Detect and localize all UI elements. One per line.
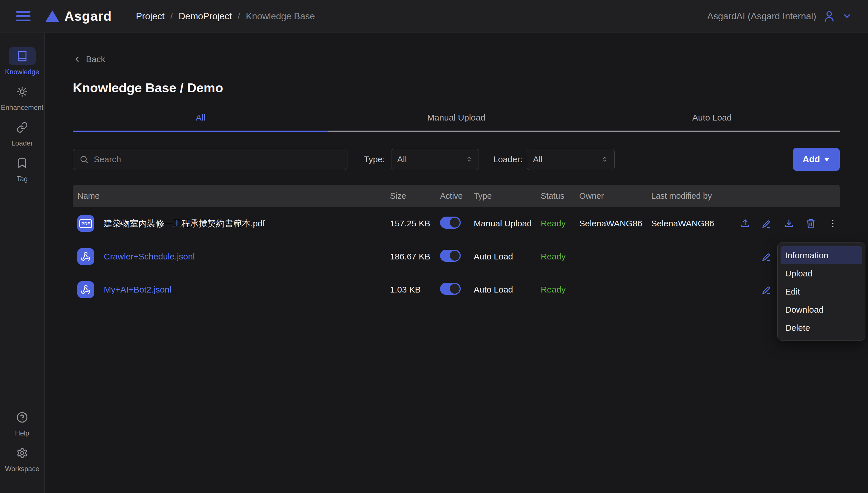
sidebar-item-help[interactable]: Help bbox=[5, 408, 39, 437]
file-type: Auto Load bbox=[474, 285, 541, 295]
filter-row: Type: All Loader: All Add bbox=[73, 148, 840, 171]
help-circle-icon bbox=[16, 412, 28, 423]
add-button[interactable]: Add bbox=[793, 148, 840, 171]
sidebar-item-loader[interactable]: Loader bbox=[1, 119, 43, 147]
loader-filter-select[interactable]: All bbox=[527, 149, 615, 170]
file-name[interactable]: My+AI+Bot2.jsonl bbox=[104, 285, 171, 295]
download-icon[interactable] bbox=[784, 218, 794, 229]
table-row: My+AI+Bot2.jsonl 1.03 KB Auto Load Ready bbox=[73, 273, 840, 306]
file-name[interactable]: Crawler+Schedule.jsonl bbox=[104, 252, 195, 261]
sidebar-item-label: Tag bbox=[17, 175, 28, 183]
context-menu-item-upload[interactable]: Upload bbox=[781, 264, 862, 282]
gear-icon bbox=[16, 447, 28, 459]
active-toggle[interactable] bbox=[440, 250, 461, 262]
app-window: Asgard Project/DemoProject/Knowledge Bas… bbox=[0, 0, 868, 493]
more-button[interactable] bbox=[827, 218, 838, 229]
hamburger-menu-icon[interactable] bbox=[16, 11, 30, 21]
upload-icon[interactable] bbox=[740, 218, 751, 229]
breadcrumb-item: Knowledge Base bbox=[246, 11, 315, 22]
context-menu-item-delete[interactable]: Delete bbox=[781, 319, 862, 337]
sidebar-item-label: Loader bbox=[12, 139, 33, 147]
updown-chevrons-icon bbox=[465, 154, 473, 164]
sidebar-item-label: Knowledge bbox=[5, 68, 39, 76]
main-content: Back Knowledge Base / Demo AllManual Upl… bbox=[45, 33, 868, 493]
sidebar-item-enhancement[interactable]: Enhancement bbox=[1, 83, 43, 112]
jsonl-file-icon bbox=[81, 285, 91, 295]
edit-icon bbox=[762, 251, 772, 262]
brand-logo: Asgard bbox=[45, 8, 112, 24]
tab-bar: AllManual UploadAuto Load bbox=[73, 113, 840, 132]
file-type: Manual Upload bbox=[474, 219, 541, 228]
sidebar: Knowledge Enhancement Loader Tag Help Wo… bbox=[0, 33, 45, 493]
topbar: Asgard Project/DemoProject/Knowledge Bas… bbox=[0, 0, 868, 33]
breadcrumb-item[interactable]: DemoProject bbox=[179, 11, 232, 22]
file-size: 157.25 KB bbox=[390, 219, 440, 228]
active-toggle[interactable] bbox=[440, 283, 461, 295]
brand-name: Asgard bbox=[64, 8, 112, 24]
search-icon bbox=[79, 155, 89, 164]
tab-auto-load[interactable]: Auto Load bbox=[584, 113, 840, 132]
column-header-name: Name bbox=[73, 191, 390, 201]
breadcrumb-separator: / bbox=[170, 11, 173, 22]
jsonl-file-icon bbox=[81, 252, 91, 261]
search-box bbox=[73, 149, 347, 170]
account-name: AsgardAI (Asgard Internal) bbox=[707, 11, 816, 22]
delete-icon bbox=[806, 218, 816, 229]
file-name: 建築物室內裝修—工程承攬契約書範本.pdf bbox=[104, 218, 265, 230]
edit-icon[interactable] bbox=[762, 218, 772, 229]
sidebar-item-knowledge[interactable]: Knowledge bbox=[1, 47, 43, 76]
book-icon bbox=[16, 50, 28, 62]
table-header: NameSizeActiveTypeStatusOwnerLast modifi… bbox=[73, 185, 840, 207]
context-menu-item-edit[interactable]: Edit bbox=[781, 282, 862, 301]
edit-icon bbox=[762, 218, 772, 229]
user-icon[interactable] bbox=[823, 9, 836, 23]
sun-icon bbox=[16, 86, 28, 98]
sidebar-item-label: Help bbox=[15, 429, 29, 437]
file-size: 1.03 KB bbox=[390, 285, 440, 295]
jsonl-file-icon bbox=[78, 248, 94, 265]
column-header-status: Status bbox=[541, 191, 579, 201]
upload-icon bbox=[740, 218, 751, 229]
edit-icon[interactable] bbox=[762, 284, 772, 295]
breadcrumb: Project/DemoProject/Knowledge Base bbox=[136, 11, 315, 22]
column-header-size: Size bbox=[390, 191, 440, 201]
page-title: Knowledge Base / Demo bbox=[73, 80, 840, 96]
context-menu-item-download[interactable]: Download bbox=[781, 301, 862, 319]
sidebar-item-label: Workspace bbox=[5, 465, 39, 473]
jsonl-file-icon bbox=[78, 281, 94, 298]
delete-icon[interactable] bbox=[806, 218, 816, 229]
column-header-owner: Owner bbox=[579, 191, 651, 201]
owner: SelenaWANG86 bbox=[579, 219, 651, 228]
bookmark-icon bbox=[16, 157, 28, 169]
table-row: Crawler+Schedule.jsonl 186.67 KB Auto Lo… bbox=[73, 240, 840, 273]
loader-filter-label: Loader: bbox=[493, 154, 523, 164]
file-type: Auto Load bbox=[474, 252, 541, 261]
column-header-active: Active bbox=[440, 191, 474, 201]
chevron-left-icon bbox=[73, 55, 81, 64]
link-icon bbox=[16, 122, 28, 133]
updown-chevrons-icon bbox=[601, 154, 609, 164]
last-modified-by: SelenaWANG86 bbox=[651, 219, 740, 228]
sidebar-item-tag[interactable]: Tag bbox=[1, 154, 43, 183]
search-input[interactable] bbox=[94, 154, 341, 164]
sidebar-item-label: Enhancement bbox=[1, 104, 43, 112]
account-area: AsgardAI (Asgard Internal) bbox=[707, 9, 852, 23]
status-badge: Ready bbox=[541, 219, 579, 228]
file-size: 186.67 KB bbox=[390, 252, 440, 261]
chevron-down-icon[interactable] bbox=[842, 11, 852, 21]
row-context-menu: InformationUploadEditDownloadDelete bbox=[777, 242, 865, 341]
tab-all[interactable]: All bbox=[73, 113, 328, 132]
triangle-logo-icon bbox=[45, 10, 59, 22]
sidebar-item-workspace[interactable]: Workspace bbox=[5, 444, 39, 473]
breadcrumb-item[interactable]: Project bbox=[136, 11, 165, 22]
type-filter-select[interactable]: All bbox=[391, 149, 479, 170]
row-actions bbox=[740, 218, 844, 229]
context-menu-item-information[interactable]: Information bbox=[781, 246, 862, 264]
edit-icon[interactable] bbox=[762, 251, 772, 262]
active-toggle[interactable] bbox=[440, 217, 461, 229]
column-header-type: Type bbox=[474, 191, 541, 201]
download-icon bbox=[784, 218, 794, 229]
caret-down-icon bbox=[824, 158, 830, 162]
tab-manual-upload[interactable]: Manual Upload bbox=[328, 113, 584, 132]
back-button[interactable]: Back bbox=[73, 53, 105, 65]
